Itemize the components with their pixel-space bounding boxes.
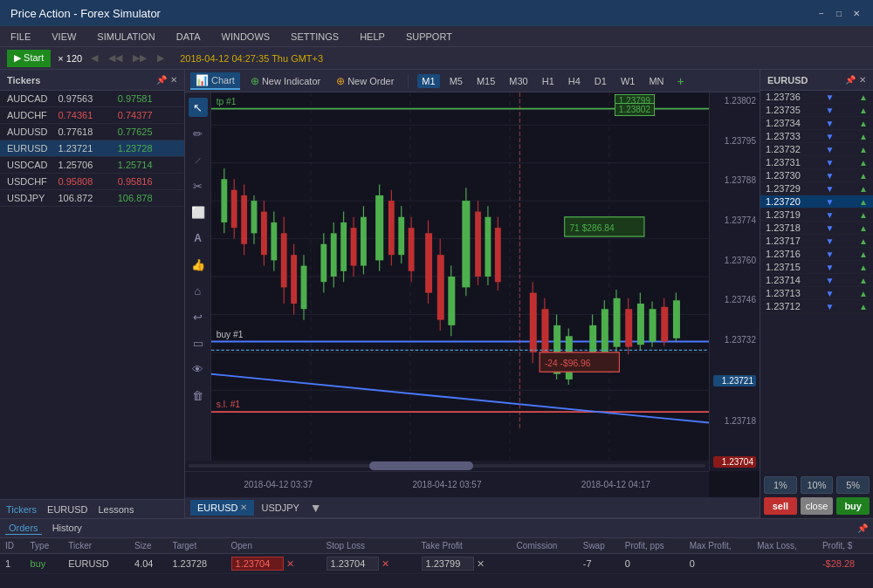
scrollbar-track (189, 464, 705, 468)
pct-1-button[interactable]: 1% (764, 476, 797, 494)
tickers-pin[interactable]: 📌 (156, 75, 167, 85)
tf-m5[interactable]: M5 (445, 74, 467, 88)
quote-arrow: ▲ (859, 263, 868, 272)
takeprofit-input[interactable] (422, 557, 474, 571)
tool-rectangle2[interactable]: ▭ (189, 333, 208, 352)
tool-eye[interactable]: 👁 (189, 359, 208, 379)
orders-pin[interactable]: 📌 (857, 523, 868, 533)
open-close-icon[interactable]: ✕ (286, 558, 294, 569)
time-label: 2018-04-12 04:17 (581, 480, 650, 489)
menu-help[interactable]: HELP (356, 30, 388, 44)
ticker-row[interactable]: AUDUSD 0.77618 0.77625 (0, 124, 184, 140)
start-button[interactable]: ▶ Start (7, 50, 51, 67)
tickers-close[interactable]: ✕ (170, 75, 177, 85)
menu-settings[interactable]: SETTINGS (287, 30, 342, 44)
ticker-row[interactable]: USDJPY 106.872 106.878 (0, 190, 184, 207)
tool-cursor[interactable]: ↖ (189, 98, 208, 117)
menu-support[interactable]: SUPPORT (402, 30, 456, 44)
tickers-tab-eurusd[interactable]: EURUSD (45, 503, 90, 516)
stoploss-close-icon[interactable]: ✕ (382, 558, 389, 569)
tickers-tab-lessons[interactable]: Lessons (96, 503, 137, 516)
symbol-tab-dropdown[interactable]: ▼ (310, 501, 322, 515)
orders-tab-orders[interactable]: Orders (5, 522, 42, 535)
minimize-button[interactable]: − (815, 7, 828, 19)
chart-scrollbar[interactable] (185, 461, 709, 471)
menu-windows[interactable]: WINDOWS (218, 30, 274, 44)
ticker-row-eurusd[interactable]: EURUSD 1.23721 1.23728 (0, 140, 184, 157)
price-label: 1.23774 (713, 215, 756, 225)
open-price-input[interactable] (231, 557, 284, 571)
scrollbar-thumb[interactable] (369, 462, 472, 470)
tf-h4[interactable]: H4 (564, 74, 585, 88)
tf-mn[interactable]: MN (644, 74, 668, 88)
quote-arrow: ▼ (825, 276, 834, 285)
tool-magnet[interactable]: ⌂ (189, 281, 208, 300)
tf-h1[interactable]: H1 (538, 74, 559, 88)
tool-rect[interactable]: ⬜ (189, 202, 208, 222)
quote-row: 1.23718 ▼ ▲ (760, 222, 873, 235)
ticker-row[interactable]: AUDCAD 0.97563 0.97581 (0, 91, 184, 107)
chart-tab-chart[interactable]: 📊 Chart (190, 72, 240, 90)
quote-arrow: ▲ (859, 276, 868, 285)
quote-arrow: ▲ (859, 210, 868, 220)
ticker-ask: 0.97581 (118, 93, 177, 104)
quote-price: 1.23736 (766, 92, 801, 102)
orders-tab-history[interactable]: History (49, 522, 86, 535)
menu-data[interactable]: DATA (173, 30, 204, 44)
tool-text[interactable]: A (189, 229, 208, 248)
chart-canvas[interactable]: ↖ ✏ ⟋ ✂ ⬜ A 👍 ⌂ ↩ ▭ 👁 🗑 (185, 92, 760, 497)
buy-button[interactable]: buy (836, 497, 870, 515)
ticker-row[interactable]: USDCAD 1.25706 1.25714 (0, 157, 184, 174)
chart-tab-indicator[interactable]: ⊕ New Indicator (245, 73, 326, 89)
toolbar-next-step[interactable]: ▶ (157, 52, 164, 64)
tf-w1[interactable]: W1 (616, 74, 640, 88)
stoploss-input[interactable] (327, 557, 379, 571)
ticker-row[interactable]: USDCHF 0.95808 0.95816 (0, 174, 184, 190)
symbol-tab-usdjpy[interactable]: USDJPY (254, 500, 306, 516)
tf-m15[interactable]: M15 (472, 74, 499, 88)
ticker-name: USDCAD (7, 160, 58, 170)
tool-like[interactable]: 👍 (189, 255, 208, 274)
quotes-close[interactable]: ✕ (859, 75, 866, 85)
tickers-tab-tickers[interactable]: Tickers (3, 503, 39, 516)
quote-arrow: ▲ (859, 92, 868, 102)
menu-file[interactable]: FILE (7, 30, 34, 44)
toolbar-prev-step[interactable]: ◀ (91, 52, 98, 64)
menu-view[interactable]: VIEW (48, 30, 79, 44)
toolbar-next[interactable]: ▶▶ (133, 52, 147, 64)
quote-price: 1.23713 (766, 288, 801, 298)
quote-arrow: ▲ (859, 302, 868, 311)
quotes-pin[interactable]: 📌 (845, 75, 856, 85)
chart-tab-order[interactable]: ⊕ New Order (331, 73, 399, 89)
close-button[interactable]: ✕ (850, 7, 863, 19)
symbol-tab-eurusd[interactable]: EURUSD ✕ (190, 500, 254, 516)
tf-d1[interactable]: D1 (590, 74, 611, 88)
order-takeprofit[interactable]: ✕ (416, 554, 512, 574)
takeprofit-close-icon[interactable]: ✕ (477, 558, 485, 569)
close-button[interactable]: close (801, 497, 834, 515)
tool-pencil[interactable]: ✏ (189, 124, 208, 143)
pct-10-button[interactable]: 10% (801, 476, 834, 494)
indicator-tab-label: New Indicator (262, 76, 320, 86)
price-axis: 1.23802 1.23795 1.23788 1.23774 1.23760 … (709, 92, 760, 471)
tf-m30[interactable]: M30 (505, 74, 532, 88)
pct-5-button[interactable]: 5% (836, 476, 870, 494)
toolbar-prev[interactable]: ◀◀ (108, 52, 122, 64)
tool-undo[interactable]: ↩ (189, 307, 208, 326)
symbol-tab-close[interactable]: ✕ (240, 503, 247, 512)
ticker-row[interactable]: AUDCHF 0.74361 0.74377 (0, 107, 184, 124)
tool-delete[interactable]: 🗑 (189, 386, 208, 405)
order-id: 1 (0, 554, 25, 574)
tool-scissors[interactable]: ✂ (189, 176, 208, 195)
svg-rect-90 (661, 307, 668, 342)
order-stoploss[interactable]: ✕ (321, 554, 416, 574)
order-open[interactable]: ✕ (226, 554, 321, 574)
order-ticker: EURUSD (63, 554, 129, 574)
tf-m1[interactable]: M1 (417, 74, 439, 88)
menu-simulation[interactable]: SIMULATION (93, 30, 158, 44)
add-indicator-button[interactable]: + (677, 74, 684, 88)
tool-draw[interactable]: ⟋ (189, 150, 208, 169)
sell-button[interactable]: sell (764, 497, 797, 515)
maximize-button[interactable]: □ (833, 7, 845, 19)
quote-price: 1.23719 (766, 209, 801, 220)
